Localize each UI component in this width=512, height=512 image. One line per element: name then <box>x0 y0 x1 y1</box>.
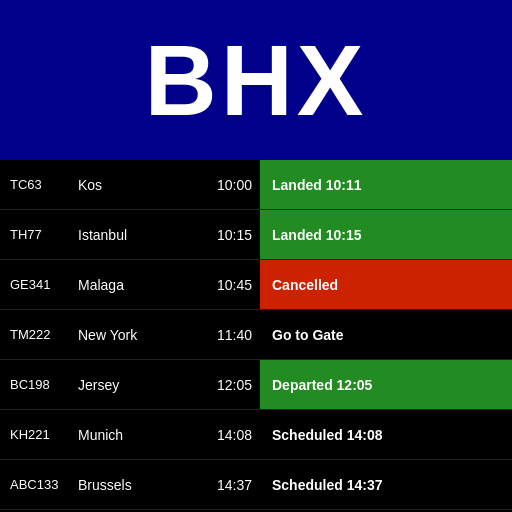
flight-destination: Istanbul <box>72 227 202 243</box>
flight-status: Scheduled 14:08 <box>260 410 512 459</box>
flight-row: BC198Jersey12:05Departed 12:05 <box>0 360 512 410</box>
flight-number: BC198 <box>0 377 72 392</box>
flight-row: KH221Munich14:08Scheduled 14:08 <box>0 410 512 460</box>
flight-destination: Kos <box>72 177 202 193</box>
flight-time: 11:40 <box>202 327 260 343</box>
flight-time: 14:37 <box>202 477 260 493</box>
flight-status: Landed 10:15 <box>260 210 512 259</box>
flight-row: TH77Istanbul10:15Landed 10:15 <box>0 210 512 260</box>
flight-number: ABC133 <box>0 477 72 492</box>
flight-destination: Malaga <box>72 277 202 293</box>
flight-number: KH221 <box>0 427 72 442</box>
flight-destination: Jersey <box>72 377 202 393</box>
flight-row: GE341Malaga10:45Cancelled <box>0 260 512 310</box>
flight-status: Go to Gate <box>260 310 512 359</box>
flight-time: 10:45 <box>202 277 260 293</box>
flight-time: 12:05 <box>202 377 260 393</box>
flight-destination: Munich <box>72 427 202 443</box>
flight-number: TM222 <box>0 327 72 342</box>
flight-status: Cancelled <box>260 260 512 309</box>
airport-header: BHX <box>0 0 512 160</box>
flight-row: TC63Kos10:00Landed 10:11 <box>0 160 512 210</box>
flight-time: 10:15 <box>202 227 260 243</box>
flight-destination: Brussels <box>72 477 202 493</box>
flight-status: Landed 10:11 <box>260 160 512 209</box>
flight-status: Departed 12:05 <box>260 360 512 409</box>
flight-time: 10:00 <box>202 177 260 193</box>
flight-status: Scheduled 14:37 <box>260 460 512 509</box>
flight-time: 14:08 <box>202 427 260 443</box>
flight-row: ABC133Brussels14:37Scheduled 14:37 <box>0 460 512 510</box>
flight-number: TH77 <box>0 227 72 242</box>
flights-table: TC63Kos10:00Landed 10:11TH77Istanbul10:1… <box>0 160 512 510</box>
flight-destination: New York <box>72 327 202 343</box>
flight-number: TC63 <box>0 177 72 192</box>
flight-row: TM222New York11:40Go to Gate <box>0 310 512 360</box>
airport-code: BHX <box>144 23 367 138</box>
flight-number: GE341 <box>0 277 72 292</box>
